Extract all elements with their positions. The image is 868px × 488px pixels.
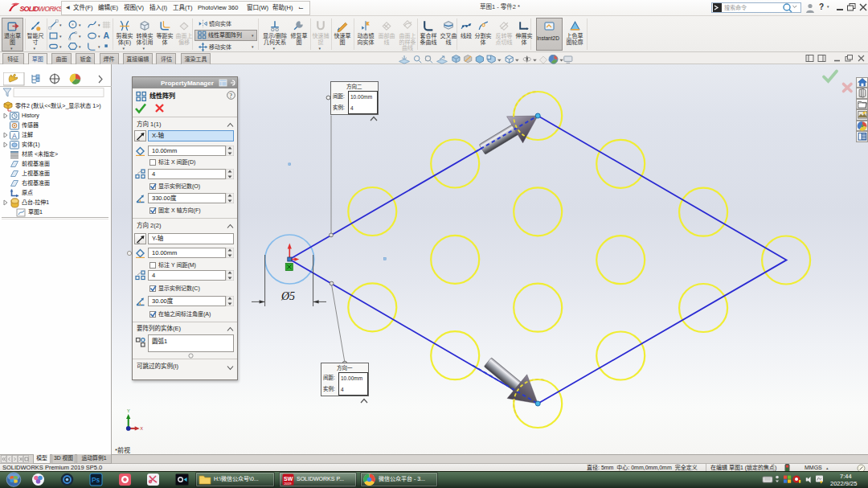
svg-text:2019: 2019 xyxy=(285,482,293,486)
svg-text:?: ? xyxy=(229,92,232,100)
svg-text:Ø5: Ø5 xyxy=(280,290,295,302)
svg-text:Y: Y xyxy=(127,408,130,413)
svg-text:Ps: Ps xyxy=(92,476,100,484)
svg-text:SOLIDWORKS: SOLIDWORKS xyxy=(20,5,63,13)
svg-text:A: A xyxy=(104,31,110,40)
svg-text:A: A xyxy=(12,131,17,139)
svg-text:X: X xyxy=(140,426,143,431)
